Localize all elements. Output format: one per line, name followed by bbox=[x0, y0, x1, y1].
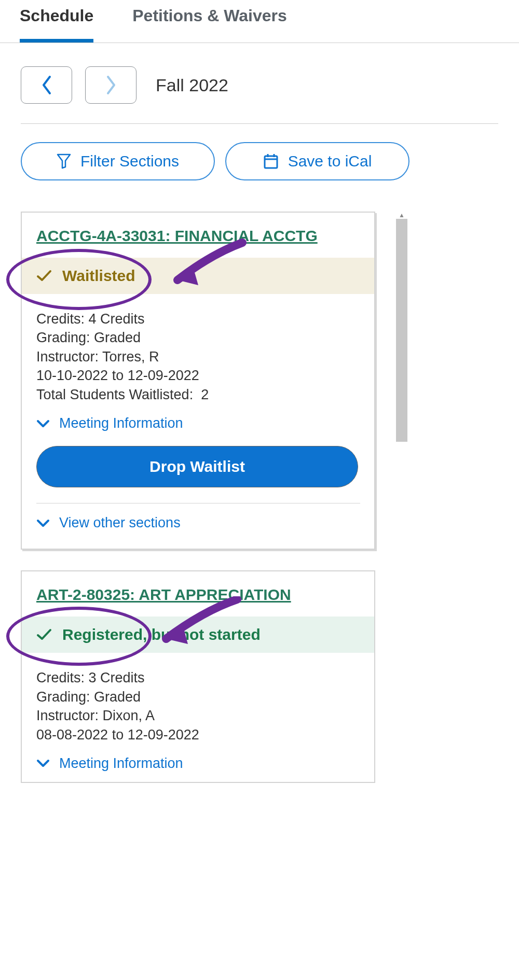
status-bar-waitlisted: Waitlisted bbox=[22, 258, 374, 294]
meeting-info-toggle[interactable]: Meeting Information bbox=[36, 415, 360, 431]
filter-icon bbox=[57, 153, 71, 169]
chevron-left-icon bbox=[40, 75, 53, 95]
course-details: Credits: 4 Credits Grading: Graded Instr… bbox=[36, 310, 360, 404]
view-other-sections-toggle[interactable]: View other sections bbox=[36, 515, 360, 531]
ical-label: Save to iCal bbox=[288, 152, 372, 170]
meeting-info-toggle[interactable]: Meeting Information bbox=[36, 755, 360, 772]
filter-label: Filter Sections bbox=[80, 152, 179, 170]
action-bar: Filter Sections Save to iCal bbox=[0, 124, 519, 180]
status-bar-registered: Registered, but not started bbox=[22, 617, 374, 653]
scrollbar[interactable]: ▲ bbox=[396, 212, 407, 783]
scroll-up-arrow[interactable]: ▲ bbox=[399, 212, 405, 219]
term-navigation: Fall 2022 bbox=[0, 43, 519, 104]
check-icon bbox=[36, 628, 52, 641]
drop-waitlist-button[interactable]: Drop Waitlist bbox=[36, 446, 358, 487]
svg-marker-0 bbox=[58, 155, 70, 168]
calendar-icon bbox=[263, 153, 279, 170]
scrollbar-thumb[interactable] bbox=[396, 219, 407, 442]
chevron-right-icon bbox=[105, 75, 117, 95]
next-term-button[interactable] bbox=[85, 66, 136, 104]
check-icon bbox=[36, 270, 52, 282]
chevron-down-icon bbox=[36, 419, 50, 428]
status-text: Waitlisted bbox=[62, 267, 135, 285]
prev-term-button[interactable] bbox=[21, 66, 72, 104]
status-text: Registered, but not started bbox=[62, 626, 261, 643]
tab-schedule[interactable]: Schedule bbox=[20, 0, 93, 43]
view-other-label: View other sections bbox=[59, 515, 181, 531]
divider bbox=[36, 503, 360, 503]
tab-petitions[interactable]: Petitions & Waivers bbox=[132, 0, 287, 43]
chevron-down-icon bbox=[36, 519, 50, 528]
course-title-link[interactable]: ACCTG-4A-33031: FINANCIAL ACCTG bbox=[36, 227, 360, 245]
course-list: ACCTG-4A-33031: FINANCIAL ACCTG Waitlist… bbox=[21, 212, 375, 783]
course-list-wrap: ACCTG-4A-33031: FINANCIAL ACCTG Waitlist… bbox=[21, 212, 519, 783]
meeting-info-label: Meeting Information bbox=[59, 415, 183, 431]
course-title-link[interactable]: ART-2-80325: ART APPRECIATION bbox=[36, 586, 360, 604]
chevron-down-icon bbox=[36, 759, 50, 768]
course-details: Credits: 3 Credits Grading: Graded Instr… bbox=[36, 668, 360, 744]
course-card: ACCTG-4A-33031: FINANCIAL ACCTG Waitlist… bbox=[21, 212, 375, 550]
course-card: ART-2-80325: ART APPRECIATION Registered… bbox=[21, 570, 375, 783]
save-ical-button[interactable]: Save to iCal bbox=[225, 142, 409, 180]
filter-sections-button[interactable]: Filter Sections bbox=[21, 142, 215, 180]
tab-bar: Schedule Petitions & Waivers bbox=[0, 0, 519, 43]
term-label: Fall 2022 bbox=[156, 75, 228, 95]
svg-rect-1 bbox=[265, 156, 277, 168]
meeting-info-label: Meeting Information bbox=[59, 755, 183, 772]
